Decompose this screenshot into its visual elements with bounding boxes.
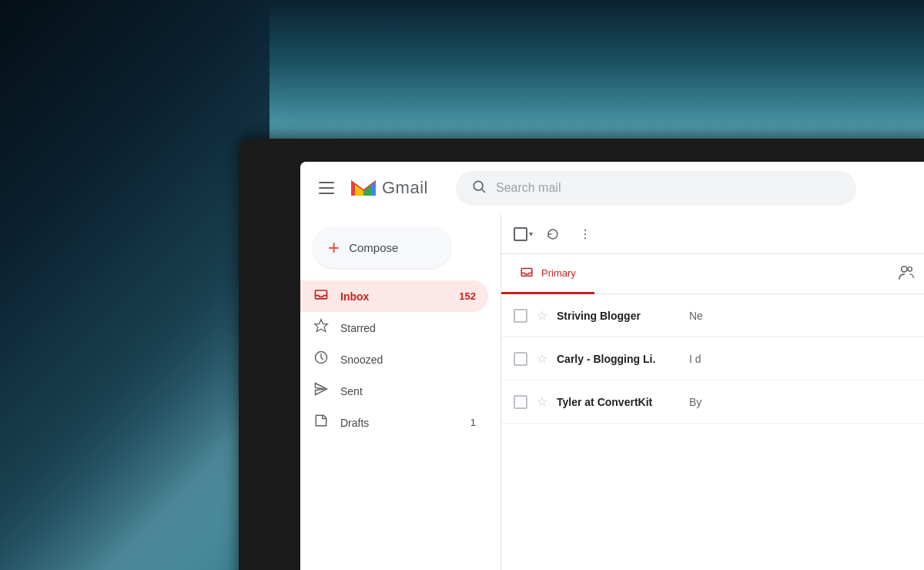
- email-sender-1: Carly - Blogging Li.: [557, 353, 680, 365]
- tab-primary-label: Primary: [541, 267, 576, 279]
- gmail-panel: Gmail Search mail + Compose: [300, 162, 924, 570]
- sidebar-item-drafts[interactable]: Drafts 1: [300, 407, 488, 438]
- header-right: Search mail: [440, 171, 909, 206]
- email-row[interactable]: ☆ Carly - Blogging Li. I d: [501, 337, 924, 381]
- email-snippet-2: By: [689, 396, 912, 408]
- snoozed-label: Snoozed: [340, 354, 476, 366]
- people-icon: [898, 264, 915, 284]
- checkbox-square: [514, 227, 527, 241]
- gmail-m-icon: [350, 174, 377, 202]
- bg-dark-left: [0, 0, 270, 570]
- search-icon: [471, 179, 487, 198]
- svg-point-15: [584, 237, 586, 239]
- star-icon: [313, 318, 330, 337]
- email-row[interactable]: ☆ Striving Blogger Ne: [501, 294, 924, 337]
- sidebar-item-starred[interactable]: Starred: [300, 312, 488, 344]
- chevron-down-icon[interactable]: ▾: [529, 230, 533, 238]
- svg-marker-12: [316, 384, 327, 395]
- email-checkbox-0[interactable]: [514, 309, 527, 323]
- email-rows: ☆ Striving Blogger Ne ☆ Carly - Blogging…: [501, 294, 924, 570]
- svg-rect-16: [521, 268, 532, 276]
- svg-point-14: [584, 233, 586, 234]
- sidebar-item-snoozed[interactable]: Snoozed: [300, 344, 488, 375]
- compose-label: Compose: [349, 241, 398, 254]
- gmail-logo: Gmail: [350, 174, 428, 202]
- snoozed-icon: [313, 350, 330, 369]
- sidebar: + Compose Inbox 152: [300, 214, 500, 570]
- email-list-panel: ▾: [500, 214, 924, 570]
- star-icon-1[interactable]: ☆: [537, 351, 547, 366]
- header: Gmail Search mail: [300, 162, 924, 214]
- more-options-button[interactable]: [573, 222, 598, 246]
- compose-plus-icon: +: [328, 237, 340, 257]
- tab-primary[interactable]: Primary: [501, 254, 594, 294]
- svg-rect-9: [316, 290, 327, 299]
- starred-label: Starred: [340, 322, 476, 334]
- sidebar-item-sent[interactable]: Sent: [300, 375, 488, 407]
- select-all-checkbox[interactable]: ▾: [514, 227, 533, 241]
- svg-line-8: [482, 189, 485, 192]
- gmail-body: + Compose Inbox 152: [300, 214, 924, 570]
- svg-point-17: [902, 266, 907, 271]
- sidebar-item-inbox[interactable]: Inbox 152: [300, 280, 488, 312]
- drafts-count: 1: [470, 417, 476, 428]
- email-toolbar: ▾: [501, 214, 924, 254]
- sent-label: Sent: [340, 385, 476, 397]
- star-icon-2[interactable]: ☆: [537, 394, 547, 409]
- svg-point-13: [584, 229, 586, 230]
- sent-icon: [313, 381, 330, 401]
- email-row[interactable]: ☆ Tyler at ConvertKit By: [501, 381, 924, 424]
- search-bar[interactable]: Search mail: [456, 171, 856, 206]
- star-icon-0[interactable]: ☆: [537, 308, 547, 323]
- primary-tab-icon: [520, 265, 534, 282]
- email-snippet-0: Ne: [689, 310, 912, 322]
- refresh-button[interactable]: [541, 222, 565, 246]
- menu-button[interactable]: [316, 179, 337, 197]
- svg-marker-10: [315, 320, 328, 332]
- drafts-label: Drafts: [340, 417, 460, 429]
- compose-button[interactable]: + Compose: [313, 226, 451, 268]
- tabs-row: Primary: [501, 254, 924, 294]
- inbox-count: 152: [459, 290, 476, 302]
- svg-point-18: [908, 267, 912, 271]
- email-sender-2: Tyler at ConvertKit: [557, 396, 680, 408]
- email-sender-0: Striving Blogger: [557, 310, 680, 322]
- email-snippet-1: I d: [689, 353, 912, 365]
- inbox-icon: [313, 287, 330, 306]
- inbox-label: Inbox: [340, 290, 448, 303]
- drafts-icon: [313, 413, 330, 432]
- email-checkbox-1[interactable]: [514, 352, 527, 366]
- search-input[interactable]: Search mail: [496, 181, 841, 195]
- gmail-wordmark: Gmail: [382, 178, 428, 198]
- email-checkbox-2[interactable]: [514, 395, 527, 409]
